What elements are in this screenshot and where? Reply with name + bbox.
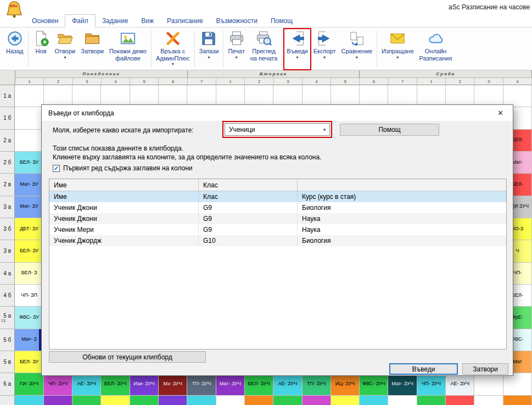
help-button[interactable]: Помощ xyxy=(340,124,439,136)
column-header[interactable]: Име xyxy=(49,179,199,191)
timetable-cell[interactable] xyxy=(44,396,72,405)
timetable-cell[interactable]: ФВС- ЗУ xyxy=(15,307,43,329)
toolbar-button-label: Затвори xyxy=(81,48,104,55)
adminplus-link-button[interactable]: Връзка с АдминПлюс▾ xyxy=(153,29,193,70)
timetable-cell[interactable]: Мз- ЗУЧ xyxy=(159,373,187,395)
timetable-cell[interactable] xyxy=(187,396,216,405)
online-timetables-button[interactable]: Онлайн Разписания xyxy=(417,29,455,70)
timetable-cell[interactable] xyxy=(446,396,474,405)
tab-main[interactable]: Основен xyxy=(25,15,65,27)
timetable-cell[interactable]: Изи- ЗУЧ xyxy=(130,373,159,395)
period-number: 1 xyxy=(417,78,446,85)
send-button[interactable]: Изпращане▾ xyxy=(379,29,417,70)
timetable-cell[interactable]: БЕЛ- ЗУ xyxy=(15,351,43,373)
timetable-cell[interactable]: АЕ- ЗУЧ xyxy=(446,373,474,395)
timetable-cell[interactable]: Мат- ЗУ xyxy=(15,196,43,218)
timetable-cell[interactable] xyxy=(360,396,388,405)
tab-help[interactable]: Помощ xyxy=(264,15,299,27)
row-label: 2 в xyxy=(0,174,15,196)
column-mapping-cell[interactable]: Клас xyxy=(199,191,298,202)
timetable-cell[interactable]: ФВС- ЗУЧ xyxy=(360,373,388,395)
timetable-cell[interactable]: Мат- ЗУЧ xyxy=(388,373,417,395)
row-label: 3 б xyxy=(0,218,15,240)
timetable-cell[interactable]: ИЦ- ЗУЧ xyxy=(331,373,360,395)
open-button[interactable]: Отвори▾ xyxy=(52,29,79,70)
timetable-cell[interactable]: БЕЛ- ЗУЧ xyxy=(101,373,130,395)
timetable-cell[interactable] xyxy=(388,396,417,405)
refresh-from-clipboard-button[interactable]: Обнови от текущия клипборд xyxy=(49,351,206,363)
toolbar-button-label: Печат xyxy=(228,48,244,55)
timetable-cell[interactable] xyxy=(159,396,187,405)
timetable-cell[interactable] xyxy=(273,396,302,405)
timetable-cell[interactable] xyxy=(130,396,159,405)
close-file-button[interactable]: Затвори xyxy=(78,29,107,70)
timetable-cell[interactable]: БЕЛ- ЗУ xyxy=(15,240,43,262)
timetable-cell[interactable]: Мат- ЗУЧ xyxy=(216,373,245,395)
timetable-cell[interactable] xyxy=(15,107,43,129)
tab-file[interactable]: Файл xyxy=(65,14,96,27)
tab-assignment[interactable]: Задание xyxy=(96,15,135,27)
timetable-cell[interactable] xyxy=(474,373,503,395)
chevron-down-icon: ▾ xyxy=(208,56,210,60)
timetable-cell[interactable] xyxy=(101,396,130,405)
back-icon xyxy=(7,30,23,47)
print-preview-button[interactable]: Преглед на печата xyxy=(248,29,281,70)
timetable-cell[interactable]: БЕЛ- З xyxy=(15,263,43,285)
timetable-cell[interactable] xyxy=(72,396,101,405)
timetable-cell[interactable]: ЧП- ЗП xyxy=(15,285,43,307)
timetable-cell[interactable]: ТП- ЗУЧ xyxy=(303,373,331,395)
timetable-cell[interactable]: ГИ- ЗУЧ xyxy=(15,373,43,395)
timetable-cell[interactable] xyxy=(15,396,43,405)
timetable-cell[interactable] xyxy=(503,396,532,405)
timetable-cell[interactable] xyxy=(503,373,532,395)
show-demo-files-button[interactable]: Покажи демо файлове xyxy=(107,29,149,70)
close-icon[interactable]: ✕ xyxy=(488,105,513,121)
timetable-cell[interactable]: Мат- З xyxy=(15,329,43,351)
timetable-cell[interactable] xyxy=(417,396,446,405)
table-row: Ученик ДжорджG10Биология xyxy=(49,235,506,246)
compare-button[interactable]: Сравнение▾ xyxy=(338,29,375,70)
timetable-cell[interactable]: Мат- ЗУ xyxy=(15,174,43,196)
timetable-cell[interactable]: ДБТ- ЗУ xyxy=(15,218,43,240)
save-button[interactable]: Запази▾ xyxy=(197,29,222,70)
tab-view[interactable]: Виж xyxy=(135,15,160,27)
compare-icon xyxy=(349,30,365,47)
tab-timetable[interactable]: Разписание xyxy=(160,15,210,27)
timetable-cell[interactable] xyxy=(474,396,503,405)
window-title: aSc Разписание на часове xyxy=(449,3,532,11)
column-header[interactable]: Клас xyxy=(199,179,298,191)
back-button[interactable]: Назад xyxy=(3,29,26,70)
column-mapping-cell[interactable]: Име xyxy=(49,191,199,202)
column-mapping-cell[interactable]: Курс (курс в стая) xyxy=(298,191,506,202)
column-header[interactable] xyxy=(298,179,506,191)
timetable-cell[interactable]: ЧП- ЗУЧ xyxy=(417,373,446,395)
table-cell: G10 xyxy=(199,235,298,246)
timetable-cell[interactable]: АЕ- ЗУЧ xyxy=(72,373,101,395)
timetable-cell[interactable]: ТП- ЗУЧ xyxy=(187,373,216,395)
timetable-cell[interactable] xyxy=(245,396,273,405)
timetable-cell[interactable] xyxy=(15,85,43,107)
import-confirm-button[interactable]: Въведи xyxy=(389,363,458,375)
timetable-cell[interactable]: ЧП- ЗУЧ xyxy=(44,373,72,395)
period-header-row: 123456712345671234 xyxy=(15,78,532,85)
timetable-cell[interactable] xyxy=(216,396,245,405)
timetable-cell[interactable]: АЕ- ЗУЧ xyxy=(273,373,302,395)
row-label: 6 а xyxy=(0,373,15,395)
export-button[interactable]: Експорт▾ xyxy=(311,29,339,70)
toolbar-button-label: Онлайн Разписания xyxy=(419,48,452,62)
tab-options[interactable]: Възможности xyxy=(210,15,264,27)
timetable-cell[interactable] xyxy=(303,396,331,405)
print-button[interactable]: Печат▾ xyxy=(225,29,247,70)
period-number: 4 xyxy=(503,78,532,85)
timetable-cell[interactable] xyxy=(15,130,43,152)
first-row-headers-checkbox[interactable]: ✓ Първият ред съдържа заглавия на колони xyxy=(53,164,193,172)
timetable-cell[interactable]: БЕЛ- ЗУЧ xyxy=(245,373,273,395)
timetable-cell[interactable]: БЕЛ- ЗУ xyxy=(15,152,43,174)
import-button[interactable]: Въведи▾ xyxy=(284,29,310,70)
print-preview-icon xyxy=(256,30,272,47)
new-button[interactable]: Нов xyxy=(30,29,52,70)
dialog-close-button[interactable]: Затвори xyxy=(462,363,508,375)
day-header: Вторник xyxy=(188,70,360,78)
import-type-select[interactable]: Ученици ▾ xyxy=(225,123,330,136)
timetable-cell[interactable] xyxy=(331,396,360,405)
